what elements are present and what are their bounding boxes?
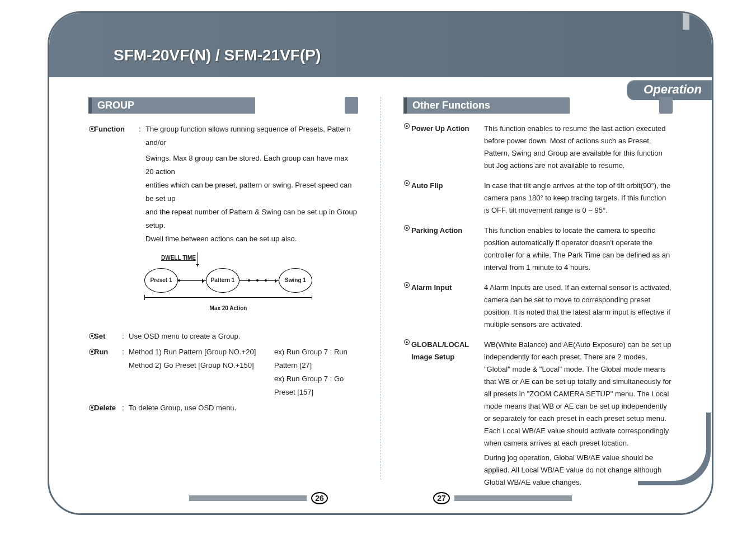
- bullet-icon: ⦿: [88, 123, 94, 149]
- dwell-time-label: DWELL TIME: [161, 251, 196, 265]
- heading-bar-right: Other Functions: [403, 97, 673, 114]
- header-accent: [683, 13, 689, 30]
- diagram-dot: [265, 279, 267, 282]
- heading-group: GROUP: [88, 97, 255, 114]
- item-label: Alarm Input: [411, 282, 484, 331]
- item-desc: This function enables to locate the came…: [484, 224, 673, 274]
- diagram-max-bracket: [144, 297, 312, 298]
- colon: :: [122, 330, 129, 343]
- run-label: Run: [94, 345, 122, 399]
- item-desc-group: WB(White Balance) and AE(Auto Exposure) …: [484, 339, 673, 489]
- function-row: ⦿ Function : The group function allows r…: [88, 123, 358, 149]
- function-desc-l2: Swings. Max 8 group can be stored. Each …: [145, 152, 358, 179]
- bullet-icon: ⦿: [403, 123, 411, 172]
- right-column: Other Functions ⦿ Power Up Action This f…: [381, 97, 712, 480]
- diagram-arrowhead-2: [276, 280, 279, 281]
- set-label: Set: [94, 330, 122, 343]
- run-method2: Method 2) Go Preset [Group NO.+150]: [129, 359, 274, 372]
- list-item: ⦿ Power Up Action This function enables …: [403, 123, 673, 172]
- heading-bar-left: GROUP: [88, 97, 358, 114]
- content-area: GROUP ⦿ Function : The group function al…: [49, 97, 712, 480]
- item-label: GLOBAL/LOCAL Image Setup: [411, 339, 484, 489]
- item-label: Auto Flip: [411, 180, 484, 217]
- function-desc-l5: Dwell time between actions can be set up…: [145, 232, 358, 246]
- bullet-icon: ⦿: [88, 330, 94, 343]
- diagram-dot: [178, 279, 180, 282]
- heading-stub-left: [345, 97, 358, 114]
- diagram-arrowhead-1: [204, 280, 206, 281]
- colon: :: [122, 345, 129, 399]
- columns: GROUP ⦿ Function : The group function al…: [49, 97, 712, 480]
- diagram-node-pattern: Pattern 1: [206, 268, 240, 293]
- run-method1: Method 1) Run Pattern [Group NO.+20]: [129, 345, 274, 359]
- function-desc-l1: The group function allows running sequen…: [145, 123, 358, 149]
- item-desc: In case that tilt angle arrives at the t…: [484, 180, 673, 217]
- colon: :: [139, 123, 145, 149]
- delete-row: ⦿ Delete : To delete Group, use OSD menu…: [88, 401, 358, 415]
- item-desc-p1: WB(White Balance) and AE(Auto Exposure) …: [484, 339, 673, 449]
- bullet-icon: ⦿: [88, 345, 94, 399]
- set-desc: Use OSD menu to create a Group.: [129, 330, 358, 343]
- page-number-bar: [189, 495, 307, 501]
- item-desc: 4 Alarm Inputs are used. If an external …: [484, 282, 673, 331]
- diagram-node-preset: Preset 1: [144, 268, 178, 293]
- heading-stub-right: [659, 97, 673, 114]
- other-functions-list: ⦿ Power Up Action This function enables …: [403, 123, 673, 489]
- page-number-left: 26: [311, 492, 328, 504]
- run-ex1: ex) Run Group 7 : Run Pattern [27]: [274, 345, 358, 372]
- run-desc: Method 1) Run Pattern [Group NO.+20] Met…: [129, 345, 358, 399]
- page-number-right: 27: [433, 492, 450, 504]
- page-number-right-wrap: 27: [433, 492, 572, 504]
- bullet-icon: ⦿: [403, 180, 411, 217]
- group-body: ⦿ Function : The group function allows r…: [88, 123, 358, 415]
- list-item: ⦿ Auto Flip In case that tilt angle arri…: [403, 180, 673, 217]
- group-diagram: DWELL TIME Preset 1 Pattern 1 Swing 1: [144, 251, 329, 318]
- bullet-icon: ⦿: [403, 339, 411, 489]
- left-column: GROUP ⦿ Function : The group function al…: [49, 97, 381, 480]
- bullet-icon: ⦿: [88, 401, 94, 415]
- page-number-bar: [454, 495, 572, 501]
- run-methods: Method 1) Run Pattern [Group NO.+20] Met…: [129, 345, 274, 399]
- header-band: SFM-20VF(N) / SFM-21VF(P): [49, 13, 712, 77]
- product-title: SFM-20VF(N) / SFM-21VF(P): [114, 46, 321, 64]
- bullet-icon: ⦿: [403, 282, 411, 331]
- item-label: Power Up Action: [411, 123, 484, 172]
- item-desc-p2: During jog operation, Global WB/AE value…: [484, 452, 673, 489]
- list-item: ⦿ Parking Action This function enables t…: [403, 224, 673, 274]
- heading-other-functions: Other Functions: [403, 97, 570, 114]
- dwell-arrow-icon: [198, 252, 198, 267]
- diagram-max-label: Max 20 Action: [144, 302, 312, 315]
- run-examples: ex) Run Group 7 : Run Pattern [27] ex) R…: [274, 345, 358, 399]
- item-desc: This function enables to resume the last…: [484, 123, 673, 172]
- function-desc-l3: entities which can be preset, pattern or…: [145, 179, 358, 205]
- page-frame: SFM-20VF(N) / SFM-21VF(P) Operation GROU…: [48, 11, 713, 515]
- delete-desc: To delete Group, use OSD menu.: [129, 401, 358, 415]
- page-number-left-wrap: 26: [189, 492, 328, 504]
- bullet-icon: ⦿: [403, 224, 411, 274]
- diagram-connector-2: [240, 280, 279, 281]
- diagram-dot: [248, 279, 250, 282]
- list-item: ⦿ Alarm Input 4 Alarm Inputs are used. I…: [403, 282, 673, 331]
- function-label: Function: [94, 123, 139, 149]
- diagram-dot: [256, 279, 259, 282]
- run-row: ⦿ Run : Method 1) Run Pattern [Group NO.…: [88, 345, 358, 399]
- list-item: ⦿ GLOBAL/LOCAL Image Setup WB(White Bala…: [403, 339, 673, 489]
- page-spread: SFM-20VF(N) / SFM-21VF(P) Operation GROU…: [0, 0, 756, 534]
- item-label: Parking Action: [411, 224, 484, 274]
- diagram-node-swing: Swing 1: [279, 268, 312, 293]
- delete-label: Delete: [94, 401, 122, 415]
- run-ex2: ex) Run Group 7 : Go Preset [157]: [274, 372, 358, 399]
- set-row: ⦿ Set : Use OSD menu to create a Group.: [88, 330, 358, 343]
- colon: :: [122, 401, 129, 415]
- function-desc-l4: and the repeat number of Pattern & Swing…: [145, 205, 358, 232]
